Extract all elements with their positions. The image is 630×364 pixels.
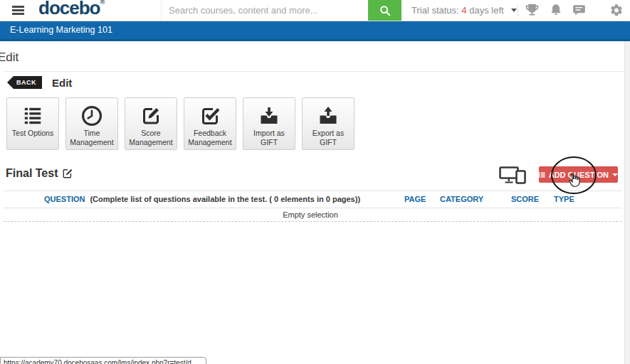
export-gift-button[interactable]: Export as GIFT xyxy=(302,97,355,150)
question-header[interactable]: QUESTION xyxy=(44,195,85,203)
trial-status[interactable]: Trial status: 4 days left xyxy=(411,5,517,16)
score-management-button[interactable]: Score Management xyxy=(125,97,177,150)
trophy-icon xyxy=(525,3,540,18)
table-border xyxy=(4,191,621,191)
tool-label: Export as GIFT xyxy=(303,129,354,146)
top-header: docebo® Trial status: 4 days left xyxy=(0,0,630,21)
import-tray-icon xyxy=(259,102,279,129)
test-title-row: Final Test xyxy=(6,167,73,180)
search-box xyxy=(161,0,401,21)
table-border xyxy=(4,208,621,208)
menu-icon[interactable] xyxy=(12,6,24,16)
export-tray-icon xyxy=(318,102,338,129)
trial-suffix: days left xyxy=(469,5,503,16)
question-count-note: (Complete list of questions available in… xyxy=(90,195,360,203)
test-toolbar: Test Options Time Management Score Manag… xyxy=(6,97,355,150)
tool-label: Test Options xyxy=(11,129,54,138)
list-icon xyxy=(539,171,545,179)
tool-label: Feedback Management xyxy=(184,129,236,146)
score-header[interactable]: SCORE xyxy=(511,195,539,203)
edit-square-icon xyxy=(141,102,161,129)
logo-text: docebo xyxy=(38,0,100,18)
scrollbar[interactable] xyxy=(624,41,630,364)
edit-icon xyxy=(63,168,73,178)
search-input[interactable] xyxy=(162,0,369,21)
status-bar-url: https://academy70.docebosaas.com/lms/ind… xyxy=(0,357,206,364)
tool-label: Score Management xyxy=(125,129,177,146)
divider xyxy=(4,71,626,72)
messages-button[interactable] xyxy=(572,3,587,20)
add-question-button[interactable]: ADD QUESTION xyxy=(539,166,618,183)
registered-mark: ® xyxy=(100,0,105,6)
chat-icon xyxy=(572,3,587,17)
page-title: Edit xyxy=(0,50,19,65)
rename-test-button[interactable] xyxy=(63,168,73,178)
import-gift-button[interactable]: Import as GIFT xyxy=(243,97,295,150)
section-title: Edit xyxy=(52,77,72,89)
search-icon xyxy=(379,5,391,16)
chevron-down-icon xyxy=(612,173,618,176)
course-breadcrumb-bar: E-Learning Marketing 101 xyxy=(0,21,630,41)
docebo-logo[interactable]: docebo® xyxy=(38,0,105,19)
add-question-label: ADD QUESTION xyxy=(549,171,609,179)
edit-header-row: BACK Edit xyxy=(7,76,72,89)
feedback-management-button[interactable]: Feedback Management xyxy=(184,97,236,150)
notifications-button[interactable] xyxy=(549,3,563,21)
preview-display-button[interactable] xyxy=(499,166,526,187)
settings-button[interactable] xyxy=(609,3,624,21)
gear-icon xyxy=(609,3,624,18)
time-management-button[interactable]: Time Management xyxy=(65,97,118,150)
trial-label: Trial status: xyxy=(411,5,459,16)
checkbox-icon xyxy=(200,102,220,129)
back-button[interactable]: BACK xyxy=(7,76,42,89)
clock-icon xyxy=(81,102,103,129)
header-divider xyxy=(518,5,518,16)
devices-icon xyxy=(499,166,526,184)
docebo-app: docebo® Trial status: 4 days left xyxy=(0,0,630,364)
table-border xyxy=(4,221,621,222)
category-header[interactable]: CATEGORY xyxy=(440,195,483,203)
tool-label: Time Management xyxy=(66,129,117,146)
trial-days-value: 4 xyxy=(461,5,466,16)
gamification-button[interactable] xyxy=(525,3,540,21)
course-title[interactable]: E-Learning Marketing 101 xyxy=(10,25,112,35)
list-icon xyxy=(23,102,43,129)
tool-label: Import as GIFT xyxy=(243,129,295,146)
question-column-header: QUESTION (Complete list of questions ava… xyxy=(44,195,360,203)
search-button[interactable] xyxy=(368,0,401,21)
empty-selection-text: Empty selection xyxy=(0,210,621,219)
page-header[interactable]: PAGE xyxy=(404,195,426,203)
test-title: Final Test xyxy=(6,167,58,180)
chevron-down-icon xyxy=(511,9,517,12)
type-header[interactable]: TYPE xyxy=(554,195,574,203)
bell-icon xyxy=(549,3,563,18)
test-options-button[interactable]: Test Options xyxy=(6,97,59,150)
